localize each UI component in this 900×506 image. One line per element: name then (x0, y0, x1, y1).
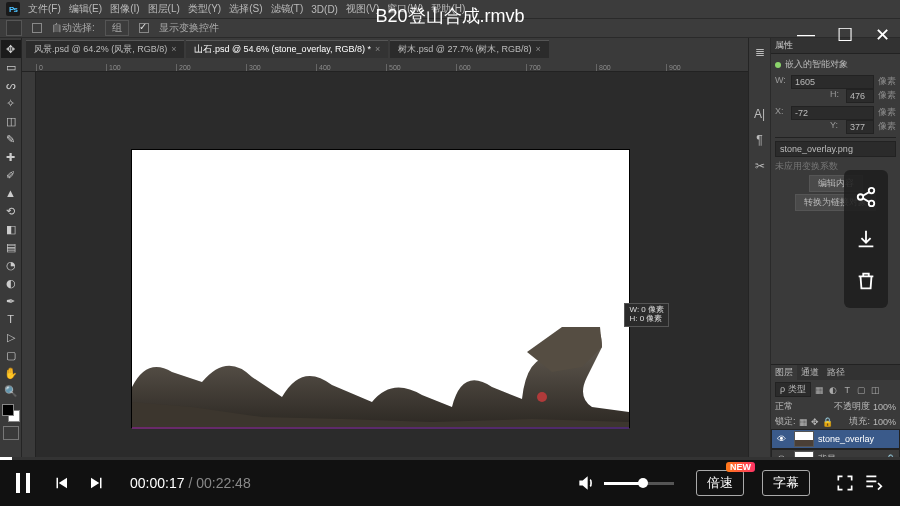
close-icon[interactable]: × (535, 44, 540, 54)
svg-point-2 (858, 194, 864, 200)
artwork-rocks (132, 307, 629, 427)
filter-shape-icon[interactable]: ▢ (856, 384, 867, 395)
opacity-input[interactable]: 100% (873, 402, 896, 412)
dodge-tool-icon[interactable]: ◐ (1, 274, 21, 292)
paragraph-icon[interactable]: ¶ (752, 132, 768, 148)
svg-point-3 (869, 201, 875, 207)
next-icon[interactable] (88, 474, 106, 492)
path-tool-icon[interactable]: ▷ (1, 328, 21, 346)
filter-image-icon[interactable]: ▦ (814, 384, 825, 395)
share-icon[interactable] (855, 186, 877, 208)
filter-adjust-icon[interactable]: ◐ (828, 384, 839, 395)
pen-tool-icon[interactable]: ✒ (1, 292, 21, 310)
blend-mode[interactable]: 正常 (775, 400, 831, 413)
filter-type-icon[interactable]: T (842, 384, 853, 395)
layer-thumbnail[interactable] (794, 431, 814, 447)
lock-position-icon[interactable]: ✥ (811, 417, 819, 427)
stamp-tool-icon[interactable]: ▲ (1, 184, 21, 202)
prop-height[interactable]: 476 (846, 89, 874, 103)
tab-layers[interactable]: 图层 (771, 365, 797, 380)
heal-tool-icon[interactable]: ✚ (1, 148, 21, 166)
document-tab[interactable]: 山石.psd @ 54.6% (stone_overlay, RGB/8) *× (186, 40, 388, 58)
quickmask-icon[interactable] (3, 426, 19, 440)
prop-width[interactable]: 1605 (791, 75, 874, 89)
close-icon[interactable]: × (171, 44, 176, 54)
tab-channels[interactable]: 通道 (797, 365, 823, 380)
application-frame: Ps 文件(F) 编辑(E) 图像(I) 图层(L) 类型(Y) 选择(S) 滤… (0, 0, 900, 505)
video-player-root: B20登山合成.rmvb Ps 文件(F) 编辑(E) 图像(I) 图层(L) … (0, 0, 900, 506)
volume-control[interactable] (576, 473, 674, 493)
svg-point-1 (869, 188, 875, 194)
character-icon[interactable]: A| (752, 106, 768, 122)
subtitle-button[interactable]: 字幕 (762, 470, 810, 496)
maximize-icon[interactable]: ☐ (837, 24, 853, 46)
lock-all-icon[interactable]: 🔒 (822, 417, 833, 427)
transform-tooltip: W: 0 像素 H: 0 像素 (624, 303, 669, 327)
vertical-ruler (22, 72, 36, 487)
svg-point-0 (537, 392, 547, 402)
floating-actions (844, 170, 888, 308)
horizontal-ruler: 0100200300400500600700800900 (22, 58, 748, 72)
hand-tool-icon[interactable]: ✋ (1, 364, 21, 382)
tab-paths[interactable]: 路径 (823, 365, 849, 380)
volume-icon[interactable] (576, 473, 596, 493)
zoom-tool-icon[interactable]: 🔍 (1, 382, 21, 400)
fill-input[interactable]: 100% (873, 417, 896, 427)
new-badge: NEW (726, 462, 755, 472)
visibility-icon[interactable]: 👁 (772, 434, 790, 444)
brush-tool-icon[interactable]: ✐ (1, 166, 21, 184)
pause-button[interactable] (16, 473, 30, 493)
trash-icon[interactable] (855, 270, 877, 292)
lasso-tool-icon[interactable]: ᔕ (1, 76, 21, 94)
time-display: 00:00:17 / 00:22:48 (130, 475, 251, 491)
download-icon[interactable] (855, 228, 877, 250)
eraser-tool-icon[interactable]: ◧ (1, 220, 21, 238)
crop-tool-icon[interactable]: ◫ (1, 112, 21, 130)
minimize-icon[interactable]: — (797, 24, 815, 46)
speed-button[interactable]: 倍速 NEW (696, 470, 744, 496)
close-icon[interactable]: ✕ (875, 24, 890, 46)
marquee-tool-icon[interactable]: ▭ (1, 58, 21, 76)
filter-smart-icon[interactable]: ◫ (870, 384, 881, 395)
lock-pixels-icon[interactable]: ▦ (799, 417, 808, 427)
history-icon[interactable]: ≣ (752, 44, 768, 60)
smart-object-label: 嵌入的智能对象 (785, 58, 848, 71)
wand-tool-icon[interactable]: ✧ (1, 94, 21, 112)
player-controls: 00:00:17 / 00:22:48 倍速 NEW 字幕 (0, 460, 900, 506)
playlist-icon[interactable] (862, 472, 884, 494)
document-tab[interactable]: 树木.psd @ 27.7% (树木, RGB/8)× (390, 40, 548, 58)
type-tool-icon[interactable]: T (1, 310, 21, 328)
player-window-controls: — ☐ ✕ (797, 24, 890, 46)
document-tabs: 风景.psd @ 64.2% (风景, RGB/8)× 山石.psd @ 54.… (22, 38, 748, 58)
eyedropper-tool-icon[interactable]: ✎ (1, 130, 21, 148)
canvas[interactable]: W: 0 像素 H: 0 像素 (132, 150, 629, 427)
document-area: 风景.psd @ 64.2% (风景, RGB/8)× 山石.psd @ 54.… (22, 38, 748, 487)
prop-y[interactable]: 377 (846, 120, 874, 134)
toolbox: ✥ ▭ ᔕ ✧ ◫ ✎ ✚ ✐ ▲ ⟲ ◧ ▤ ◔ ◐ ✒ T ▷ ▢ ✋ 🔍 (0, 38, 22, 487)
linked-file[interactable]: stone_overlay.png (775, 141, 896, 157)
color-swatch[interactable] (2, 404, 20, 422)
move-tool-icon[interactable]: ✥ (1, 40, 21, 58)
blur-tool-icon[interactable]: ◔ (1, 256, 21, 274)
shape-tool-icon[interactable]: ▢ (1, 346, 21, 364)
prop-x[interactable]: -72 (791, 106, 874, 120)
tools-icon[interactable]: ✂ (752, 158, 768, 174)
document-tab[interactable]: 风景.psd @ 64.2% (风景, RGB/8)× (26, 40, 184, 58)
history-brush-icon[interactable]: ⟲ (1, 202, 21, 220)
layer-filter[interactable]: ρ 类型 (775, 382, 811, 397)
canvas-viewport[interactable]: W: 0 像素 H: 0 像素 (22, 72, 748, 487)
layer-row[interactable]: 👁 stone_overlay (771, 429, 900, 449)
prev-icon[interactable] (52, 474, 70, 492)
player-title: B20登山合成.rmvb (0, 4, 900, 28)
close-icon[interactable]: × (375, 44, 380, 54)
fullscreen-icon[interactable] (834, 472, 856, 494)
gradient-tool-icon[interactable]: ▤ (1, 238, 21, 256)
